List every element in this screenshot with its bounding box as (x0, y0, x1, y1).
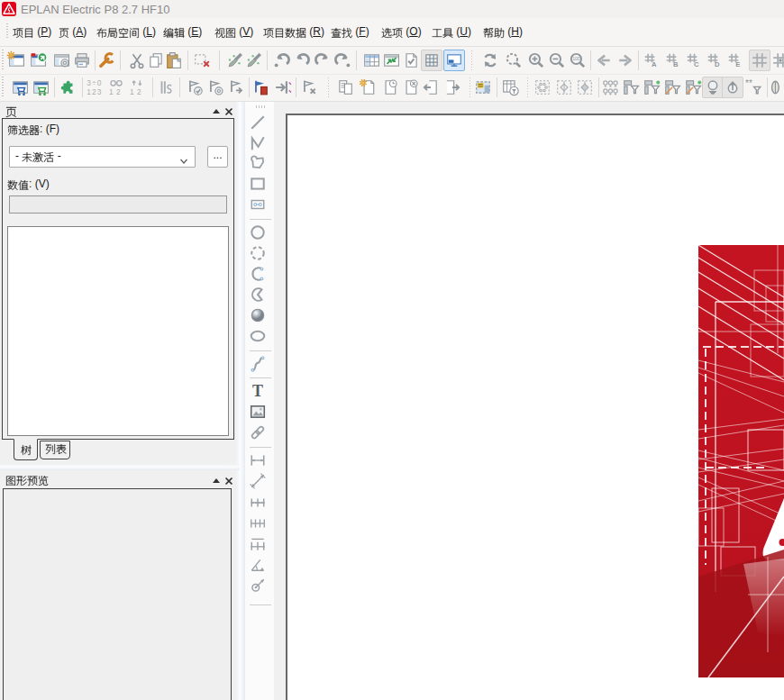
svg-text:12: 12 (130, 87, 144, 96)
svg-text:T: T (252, 382, 263, 400)
svg-text:C: C (694, 60, 699, 68)
svg-text:A: A (652, 60, 657, 68)
svg-text:D: D (715, 60, 720, 68)
svg-text:100: 100 (572, 56, 580, 61)
svg-text:123: 123 (87, 87, 102, 96)
svg-text:**: ** (745, 78, 752, 88)
svg-text:E: E (735, 60, 740, 68)
svg-text:12: 12 (109, 87, 123, 96)
svg-text:B: B (673, 60, 679, 68)
